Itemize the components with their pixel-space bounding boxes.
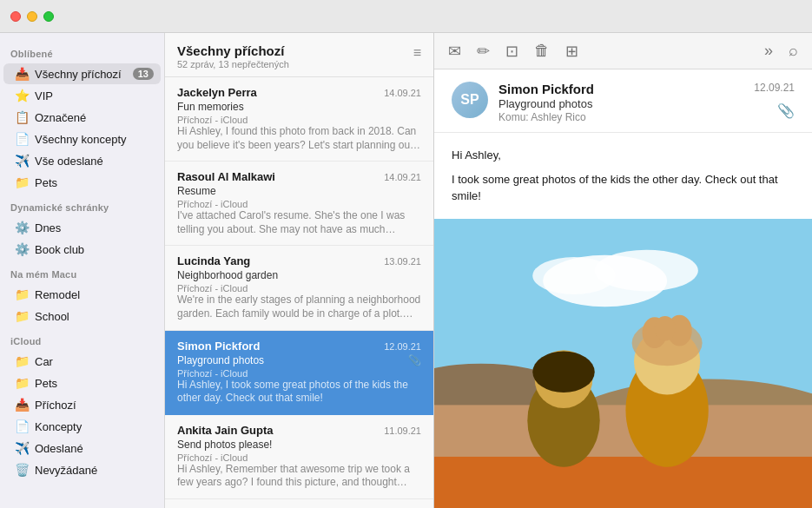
detail-meta: Simon Pickford Playground photos Komu: A…	[498, 82, 743, 123]
message-date: 14.09.21	[384, 172, 421, 182]
compose-icon[interactable]: ✏	[477, 42, 490, 61]
sidebar-item-school[interactable]: 📁School	[3, 306, 161, 327]
detail-body-line2: I took some great photos of the kids the…	[452, 171, 795, 205]
sidebar-item-vip[interactable]: ⭐VIP	[3, 85, 161, 106]
minimize-button[interactable]	[27, 11, 37, 22]
sidebar-item-book-club[interactable]: ⚙️Book club	[3, 239, 161, 260]
detail-body: Hi Ashley, I took some great photos of t…	[434, 133, 812, 219]
sidebar-item-icon: 📁	[14, 287, 30, 302]
message-sender: Simon Pickford	[177, 340, 260, 353]
svg-point-3	[532, 257, 615, 294]
inbox-subtitle: 52 zpráv, 13 nepřečtených	[177, 59, 289, 69]
sidebar-item-remodel[interactable]: 📁Remodel	[3, 284, 161, 305]
message-sender: Lucinda Yang	[177, 254, 250, 267]
message-subject: Neighborhood garden	[177, 269, 278, 281]
more-icon[interactable]: »	[764, 42, 773, 60]
sidebar-item-icon: ⚙️	[14, 220, 30, 235]
message-preview: We're in the early stages of planning a …	[177, 294, 421, 320]
sidebar-item-icon: ✈️	[14, 440, 30, 456]
title-bar	[0, 0, 812, 33]
trash-icon[interactable]: 🗑	[534, 42, 550, 60]
sidebar-item-icon: 📁	[14, 353, 30, 369]
sidebar-item-vse-odeslane[interactable]: ✈️Vše odeslané	[3, 150, 161, 171]
sidebar-item-icon: 📥	[14, 397, 30, 412]
message-item[interactable]: Rasoul Al Malkawi14.09.21ResumePříchozí …	[165, 162, 433, 246]
message-header: Simon Pickford12.09.21	[177, 340, 421, 353]
detail-image	[434, 219, 812, 509]
sidebar-item-icon: 📁	[14, 175, 30, 190]
traffic-lights	[10, 11, 54, 22]
sidebar-item-label: Remodel	[35, 288, 154, 301]
sidebar-item-icon: 📋	[14, 109, 30, 125]
new-message-icon[interactable]: ✉	[448, 42, 461, 61]
sidebar-item-odeslane[interactable]: ✈️Odeslané	[3, 438, 161, 459]
sidebar-item-icon: ⭐	[14, 88, 30, 103]
message-subject-row: Resume	[177, 185, 421, 197]
message-item[interactable]: Jackelyn Perra14.09.21Fun memoriesPřícho…	[165, 77, 433, 162]
messages-container: Jackelyn Perra14.09.21Fun memoriesPřícho…	[165, 77, 433, 508]
sidebar-item-icon: 📄	[14, 131, 30, 147]
maximize-button[interactable]	[43, 11, 54, 22]
sidebar-section-header: Na mém Macu	[0, 261, 164, 283]
message-list: Všechny příchozí 52 zpráv, 13 nepřečtený…	[165, 33, 434, 508]
sidebar-item-oznacene[interactable]: 📋Označené	[3, 107, 161, 128]
sidebar-item-label: Nevyžádané	[35, 464, 154, 477]
sidebar-item-pets[interactable]: 📁Pets	[3, 373, 161, 393]
message-list-header: Všechny příchozí 52 zpráv, 13 nepřečtený…	[165, 33, 433, 77]
close-button[interactable]	[10, 11, 21, 22]
sidebar-section-header: iCloud	[0, 327, 164, 350]
message-date: 12.09.21	[384, 341, 421, 352]
sidebar-item-vsechny-koncepty[interactable]: 📄Všechny koncepty	[3, 129, 161, 149]
search-icon[interactable]: ⌕	[789, 42, 798, 60]
archive-icon[interactable]: ⊡	[505, 42, 518, 61]
sidebar-item-label: Koncepty	[35, 420, 154, 433]
sidebar-item-prichozi[interactable]: 📥Příchozí	[3, 394, 161, 415]
sidebar-item-vsechny-prichozi[interactable]: 📥Všechny příchozí13	[3, 63, 161, 84]
svg-point-16	[655, 315, 676, 340]
sidebar-item-icon: 📄	[14, 419, 30, 434]
sidebar-item-nevyzadane[interactable]: 🗑️Nevyžádané	[3, 459, 161, 480]
message-header: Ankita Jain Gupta11.09.21	[177, 424, 421, 437]
message-header: Lucinda Yang13.09.21	[177, 254, 421, 267]
filter-icon[interactable]: ≡	[413, 45, 421, 61]
message-item[interactable]: Simon Pickford12.09.21Playground photos📎…	[165, 331, 433, 415]
message-item[interactable]: Lucinda Yang13.09.21Neighborhood gardenP…	[165, 246, 433, 330]
sidebar-item-icon: 📁	[14, 375, 30, 391]
message-item[interactable]: Geetika Kapoor10.09.21The best vacation📎…	[165, 499, 433, 508]
sidebar-item-dnes[interactable]: ⚙️Dnes	[3, 217, 161, 238]
sidebar-item-badge: 13	[133, 68, 154, 80]
sidebar-item-icon: 📥	[14, 66, 30, 82]
sidebar-item-koncepty[interactable]: 📄Koncepty	[3, 416, 161, 437]
sidebar-section-header: Oblíbené	[0, 40, 164, 63]
detail-body-line1: Hi Ashley,	[452, 147, 795, 164]
sidebar-item-car[interactable]: 📁Car	[3, 351, 161, 372]
svg-rect-7	[434, 456, 812, 508]
sidebar-item-label: Všechny koncepty	[35, 133, 154, 146]
message-source: Příchozí - iCloud	[177, 115, 418, 125]
attachment-icon: 📎	[408, 354, 421, 366]
sidebar-item-pets-fav[interactable]: 📁Pets	[3, 172, 161, 193]
message-preview: I've attached Carol's resume. She's the …	[177, 209, 421, 236]
message-subject: Send photos please!	[177, 439, 272, 451]
message-sender: Rasoul Al Malkawi	[177, 170, 275, 183]
message-item[interactable]: Ankita Jain Gupta11.09.21Send photos ple…	[165, 415, 433, 499]
message-preview: Hi Ashley, I found this photo from back …	[177, 125, 421, 152]
message-source: Příchozí - iCloud	[177, 199, 418, 209]
message-date: 11.09.21	[384, 426, 421, 436]
sidebar-item-label: Book club	[35, 243, 154, 256]
avatar: SP	[452, 82, 488, 118]
sidebar-item-label: Všechny příchozí	[35, 68, 133, 81]
sidebar-item-label: Vše odeslané	[35, 155, 154, 168]
sidebar-item-icon: ⚙️	[14, 241, 30, 257]
sidebar-item-icon: ✈️	[14, 153, 30, 168]
message-subject-row: Send photos please!	[177, 439, 421, 451]
detail-subject: Playground photos	[498, 97, 743, 110]
detail-date: 12.09.21	[754, 82, 795, 94]
message-date: 14.09.21	[384, 88, 421, 98]
message-preview: Hi Ashley, I took some great photos of t…	[177, 379, 421, 406]
sidebar-item-label: Car	[35, 355, 154, 368]
message-date: 13.09.21	[384, 256, 421, 267]
move-icon[interactable]: ⊞	[565, 42, 578, 61]
detail-header: SP Simon Pickford Playground photos Komu…	[434, 69, 812, 133]
detail-attachment-icon: 📎	[777, 102, 795, 119]
